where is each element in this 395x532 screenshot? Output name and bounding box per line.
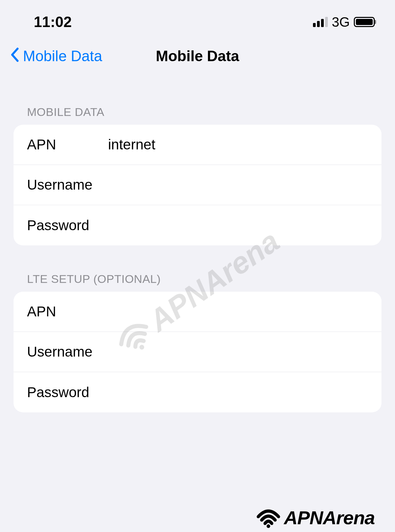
row-label: Password <box>27 384 108 401</box>
chevron-left-icon <box>10 47 20 65</box>
row-password[interactable]: Password <box>14 205 381 245</box>
page-title: Mobile Data <box>156 48 239 65</box>
row-label: Password <box>27 217 108 234</box>
row-username[interactable]: Username <box>14 165 381 205</box>
password-input[interactable] <box>108 217 368 234</box>
footer-logo: APNArena <box>255 507 375 529</box>
row-lte-username[interactable]: Username <box>14 332 381 372</box>
row-label: APN <box>27 137 108 153</box>
navigation-bar: Mobile Data Mobile Data <box>0 37 395 78</box>
username-input[interactable] <box>108 177 368 193</box>
back-label: Mobile Data <box>23 48 102 65</box>
status-time: 11:02 <box>34 14 72 30</box>
section-header-lte-setup: LTE SETUP (OPTIONAL) <box>0 245 395 292</box>
back-button[interactable]: Mobile Data <box>10 47 102 65</box>
section-header-mobile-data: MOBILE DATA <box>0 78 395 125</box>
row-label: Username <box>27 344 108 360</box>
lte-username-input[interactable] <box>108 344 368 360</box>
apn-input[interactable] <box>108 137 368 153</box>
lte-password-input[interactable] <box>108 384 368 401</box>
row-label: APN <box>27 304 108 320</box>
network-type: 3G <box>332 15 350 30</box>
wifi-icon <box>255 508 282 528</box>
row-lte-password[interactable]: Password <box>14 372 381 412</box>
status-right: 3G <box>313 15 375 30</box>
footer-logo-text: APNArena <box>284 507 375 529</box>
svg-point-1 <box>267 524 270 528</box>
section-group-lte-setup: APN Username Password <box>14 292 381 412</box>
lte-apn-input[interactable] <box>108 304 368 320</box>
section-group-mobile-data: APN Username Password <box>14 125 381 245</box>
status-bar: 11:02 3G <box>0 0 395 37</box>
row-lte-apn[interactable]: APN <box>14 292 381 332</box>
signal-strength-icon <box>313 17 328 27</box>
row-apn[interactable]: APN <box>14 125 381 165</box>
row-label: Username <box>27 177 108 193</box>
battery-icon <box>354 17 375 27</box>
